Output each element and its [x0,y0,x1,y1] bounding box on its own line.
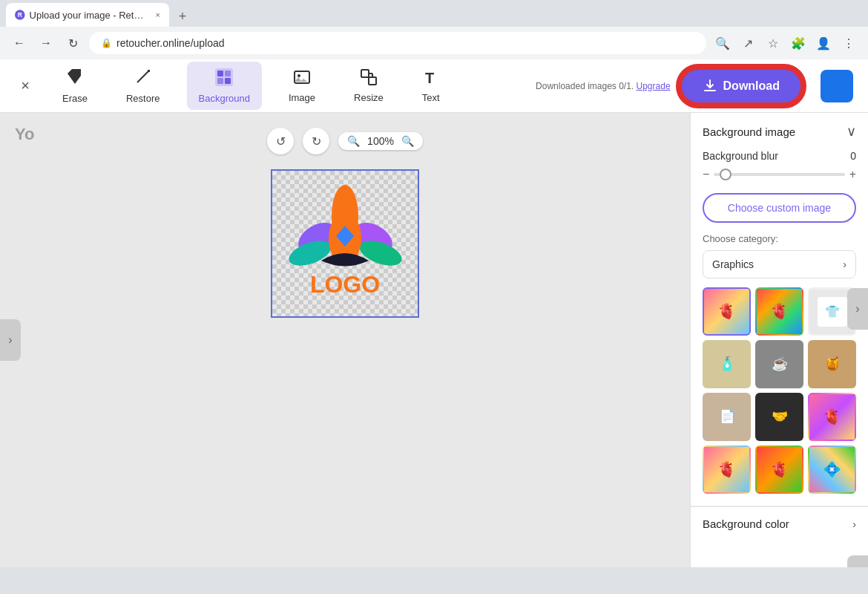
background-color-section[interactable]: Background color › [691,506,868,541]
restore-tool[interactable]: Restore [114,62,172,110]
right-panel: Background image ∨ Background blur 0 − [690,113,868,567]
background-tool[interactable]: Background [187,62,262,110]
tab-title: Upload your image - Retoucher... [30,10,148,21]
erase-icon [66,68,84,90]
app-toolbar: × Erase Restore [0,59,868,113]
thumbnail-8[interactable]: 🤝 [755,393,803,441]
svg-text:LOGO: LOGO [309,271,379,298]
undo-icon: ↺ [276,134,286,148]
slider-minus-icon[interactable]: − [703,168,709,181]
svg-rect-7 [225,78,231,84]
image-icon [293,68,311,89]
redo-icon: ↻ [312,134,321,148]
upgrade-link[interactable]: Upgrade [637,81,671,91]
bookmark-icon[interactable]: ☆ [763,33,783,53]
extensions-icon[interactable]: 🧩 [788,33,809,53]
background-image-section: Background image ∨ Background blur 0 − [691,113,868,506]
logo-overlay: LOGO [272,171,418,316]
resize-tool[interactable]: Resize [342,62,395,109]
resize-icon [360,68,378,89]
text-icon: T [422,68,440,89]
category-select[interactable]: Graphics › [703,250,856,278]
thumbnail-10[interactable]: 🫀 [703,446,751,494]
menu-icon[interactable]: ⋮ [838,33,859,53]
tab-close-icon[interactable]: × [156,10,160,19]
svg-point-9 [297,74,300,77]
thumbnail-6[interactable]: 🍯 [808,340,856,388]
download-button-wrapper: Download [680,68,803,105]
browser-chrome: R Upload your image - Retoucher... × + ←… [0,0,868,59]
browser-actions: 🔍 ↗ ☆ 🧩 👤 ⋮ [712,33,859,53]
slider-plus-icon[interactable]: + [849,168,856,181]
thumbnail-12[interactable]: 💠 [808,446,856,494]
thumbnail-1[interactable]: 🫀 [703,287,751,336]
forward-button[interactable]: → [36,33,56,53]
zoom-in-icon[interactable]: 🔍 [401,135,414,147]
image-tool[interactable]: Image [277,62,327,109]
app-container: × Erase Restore [0,59,868,567]
svg-rect-5 [225,71,231,76]
choose-custom-image-button[interactable]: Choose custom image [703,193,856,223]
canvas-area: Yo › ↺ ↻ 🔍 100% 🔍 [0,113,690,567]
blue-action-button[interactable] [821,70,853,102]
svg-rect-6 [217,78,223,84]
blur-slider-row: − + [703,168,856,181]
blur-label: Background blur [703,150,778,162]
background-label: Background [199,93,250,104]
left-sidebar-toggle[interactable]: › [0,319,21,361]
close-button[interactable]: × [15,76,36,97]
logo-image: LOGO [277,175,414,313]
text-label: Text [422,92,440,103]
thumbnail-4[interactable]: 🧴 [703,340,751,388]
choose-custom-image-label: Choose custom image [728,202,831,214]
background-color-title: Background color [703,518,789,530]
zoom-control: 🔍 100% 🔍 [338,132,423,150]
thumbnail-7[interactable]: 📄 [703,393,751,441]
thumbnail-2[interactable]: 🫀 [755,287,803,336]
download-info: Downloaded images 0/1. [536,81,634,91]
download-button[interactable]: Download [680,68,803,105]
restore-icon [134,68,152,90]
right-scroll-up-button[interactable]: › [847,288,868,330]
address-bar-row: ← → ↻ 🔒 retoucher.online/upload 🔍 ↗ ☆ 🧩 … [0,27,868,59]
tab-bar: R Upload your image - Retoucher... × + [0,0,868,27]
category-row: Choose category: [703,233,856,244]
svg-rect-11 [369,77,376,85]
svg-rect-4 [217,71,223,76]
svg-text:R: R [18,11,22,19]
download-arrow-icon [703,79,717,94]
background-image-header[interactable]: Background image ∨ [691,113,868,150]
choose-category-label: Choose category: [703,233,778,244]
redo-button[interactable]: ↻ [303,128,329,154]
canvas-checkerboard: LOGO [271,169,419,318]
svg-line-2 [137,71,149,82]
thumbnail-grid: 🫀 🫀 👕 [703,287,856,494]
blur-slider[interactable] [714,173,844,176]
blur-value: 0 [850,150,856,162]
image-canvas: LOGO [271,169,419,318]
thumbnail-9[interactable]: 🫀 [808,393,856,441]
image-label: Image [289,92,315,103]
download-label: Download [723,79,780,93]
background-image-title: Background image [703,125,795,138]
undo-button[interactable]: ↺ [267,128,294,154]
erase-label: Erase [62,93,88,104]
erase-tool[interactable]: Erase [50,62,99,110]
address-bar[interactable]: 🔒 retoucher.online/upload [89,32,706,54]
text-tool[interactable]: T Text [410,62,452,109]
thumbnail-11[interactable]: 🫀 [755,446,803,494]
right-scroll-down-button[interactable]: › [847,555,868,567]
category-value: Graphics [712,258,754,270]
new-tab-button[interactable]: + [172,6,193,27]
back-button[interactable]: ← [9,33,30,53]
thumbnail-5[interactable]: ☕ [755,340,803,388]
search-icon[interactable]: 🔍 [712,33,733,53]
active-tab[interactable]: R Upload your image - Retoucher... × [6,3,169,27]
share-icon[interactable]: ↗ [737,33,758,53]
refresh-button[interactable]: ↻ [62,33,83,53]
zoom-out-icon[interactable]: 🔍 [347,135,360,147]
slider-thumb [720,169,731,180]
profile-icon[interactable]: 👤 [813,33,834,53]
address-text: retoucher.online/upload [116,37,225,49]
background-image-content: Background blur 0 − + Choose custom imag… [691,150,868,506]
